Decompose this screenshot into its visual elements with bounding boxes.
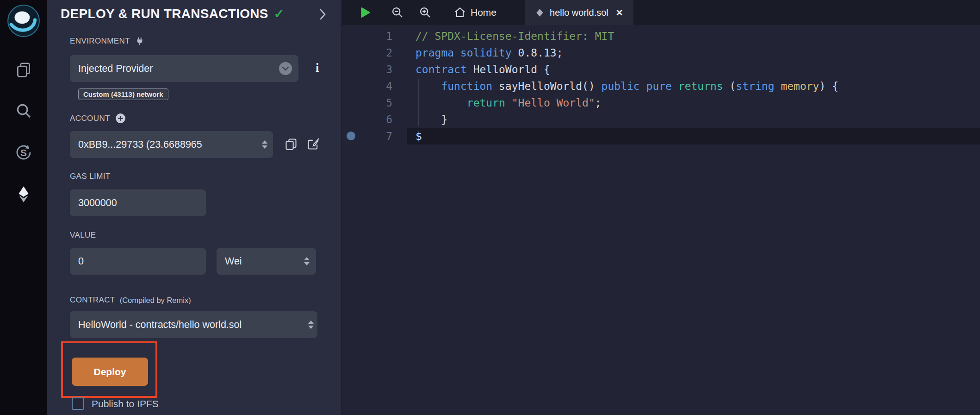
line-number[interactable]: 3 bbox=[342, 61, 407, 78]
remix-logo-icon[interactable] bbox=[6, 4, 41, 40]
account-select[interactable]: 0xBB9...29733 (23.6688965 bbox=[70, 131, 273, 158]
code-line: 7$ bbox=[342, 128, 980, 145]
solidity-compiler-icon[interactable]: S bbox=[14, 143, 33, 162]
contract-stepper-icon[interactable] bbox=[308, 321, 314, 329]
zoom-in-icon[interactable] bbox=[419, 6, 432, 19]
indent-guide bbox=[418, 79, 419, 126]
tab-file-label: hello world.sol bbox=[550, 7, 608, 18]
search-icon[interactable] bbox=[15, 102, 32, 119]
rail-icon-list: S bbox=[14, 61, 33, 204]
publish-ipfs-checkbox[interactable] bbox=[72, 397, 84, 410]
code-line: 5 return "Hello World"; bbox=[342, 94, 980, 111]
panel-header: DEPLOY & RUN TRANSACTIONS ✓ bbox=[61, 6, 284, 21]
environment-select[interactable]: Injected Provider bbox=[70, 55, 298, 82]
compiled-check-icon: ✓ bbox=[274, 6, 285, 21]
value-input[interactable]: 0 bbox=[70, 248, 206, 275]
plug-icon bbox=[135, 36, 145, 46]
code-text[interactable]: } bbox=[407, 111, 980, 128]
file-explorer-icon[interactable] bbox=[15, 61, 32, 79]
code-line: 4 function sayHelloWorld() public pure r… bbox=[342, 78, 980, 94]
editor: Home hello world.sol ✕ 1// SPDX-License-… bbox=[341, 0, 980, 415]
copy-account-icon[interactable] bbox=[285, 138, 298, 151]
line-number[interactable]: 5 bbox=[342, 94, 407, 111]
icon-rail: S bbox=[0, 0, 47, 415]
tab-home-label: Home bbox=[471, 7, 496, 18]
provider-caret-icon bbox=[279, 62, 292, 75]
network-badge: Custom (43113) network bbox=[78, 88, 168, 100]
account-select-value: 0xBB9...29733 (23.6688965 bbox=[78, 139, 202, 151]
line-number[interactable]: 4 bbox=[342, 78, 407, 94]
unit-stepper-icon[interactable] bbox=[304, 257, 310, 265]
edit-account-icon[interactable] bbox=[307, 138, 320, 151]
contract-label-row: CONTRACT (Compiled by Remix) bbox=[70, 296, 191, 305]
code-text[interactable]: function sayHelloWorld() public pure ret… bbox=[407, 78, 980, 94]
solidity-file-icon bbox=[535, 8, 544, 17]
environment-label: ENVIRONMENT bbox=[70, 37, 130, 46]
code-lines: 1// SPDX-License-Identifier: MIT2pragma … bbox=[342, 25, 980, 145]
code-line: 1// SPDX-License-Identifier: MIT bbox=[342, 28, 980, 44]
line-number[interactable]: 6 bbox=[342, 111, 407, 128]
svg-text:S: S bbox=[20, 147, 26, 158]
gas-limit-label: GAS LIMIT bbox=[70, 172, 111, 181]
code-text[interactable]: // SPDX-License-Identifier: MIT bbox=[407, 28, 980, 44]
home-icon bbox=[454, 6, 466, 19]
environment-label-row: ENVIRONMENT bbox=[70, 36, 145, 46]
line-number[interactable]: 2 bbox=[342, 44, 407, 61]
publish-ipfs-row: Publish to IPFS bbox=[72, 397, 159, 410]
deploy-run-icon[interactable] bbox=[14, 185, 33, 204]
account-label-row: ACCOUNT bbox=[70, 113, 126, 124]
line-number[interactable]: 1 bbox=[342, 28, 407, 44]
run-script-icon[interactable] bbox=[358, 6, 372, 19]
account-stepper-icon[interactable] bbox=[262, 140, 267, 149]
code-line: 6 } bbox=[342, 111, 980, 128]
value-unit-select[interactable]: Wei bbox=[217, 248, 316, 275]
code-text[interactable]: contract HelloWorld { bbox=[407, 61, 980, 78]
code-text[interactable]: return "Hello World"; bbox=[407, 94, 980, 111]
contract-sublabel: (Compiled by Remix) bbox=[120, 296, 191, 305]
value-amount: 0 bbox=[78, 256, 84, 267]
account-label: ACCOUNT bbox=[70, 114, 110, 123]
gas-limit-value: 3000000 bbox=[78, 197, 117, 209]
publish-ipfs-label: Publish to IPFS bbox=[92, 398, 159, 409]
contract-select-value: HelloWorld - contracts/hello world.sol bbox=[78, 319, 242, 331]
editor-tabbar: Home hello world.sol ✕ bbox=[342, 0, 980, 25]
panel-title: DEPLOY & RUN TRANSACTIONS bbox=[61, 6, 268, 21]
code-text[interactable]: $ bbox=[407, 128, 980, 145]
add-account-icon[interactable] bbox=[115, 113, 126, 124]
code-line: 2pragma solidity 0.8.13; bbox=[342, 44, 980, 61]
environment-info-icon[interactable]: i bbox=[313, 60, 322, 75]
deploy-panel: DEPLOY & RUN TRANSACTIONS ✓ ENVIRONMENT … bbox=[47, 0, 341, 415]
breakpoint-dot-icon[interactable] bbox=[347, 132, 355, 140]
code-line: 3contract HelloWorld { bbox=[342, 61, 980, 78]
contract-select[interactable]: HelloWorld - contracts/hello world.sol bbox=[70, 311, 317, 338]
tab-home[interactable]: Home bbox=[446, 0, 505, 25]
tab-file-hello-world[interactable]: hello world.sol ✕ bbox=[525, 0, 633, 25]
panel-collapse-chevron-icon[interactable] bbox=[319, 7, 327, 21]
code-text[interactable]: pragma solidity 0.8.13; bbox=[407, 44, 980, 61]
value-label: VALUE bbox=[70, 231, 96, 240]
environment-select-value: Injected Provider bbox=[78, 63, 153, 75]
line-number[interactable]: 7 bbox=[342, 128, 407, 145]
zoom-out-icon[interactable] bbox=[391, 6, 404, 19]
deploy-button[interactable]: Deploy bbox=[72, 358, 148, 386]
remix-ide: S DEPLOY & RUN TRANSACTIONS ✓ ENVIRONMEN… bbox=[0, 0, 980, 415]
close-tab-icon[interactable]: ✕ bbox=[616, 7, 623, 18]
gas-limit-input[interactable]: 3000000 bbox=[70, 189, 206, 216]
contract-label: CONTRACT bbox=[70, 296, 115, 305]
value-unit-value: Wei bbox=[225, 256, 242, 267]
